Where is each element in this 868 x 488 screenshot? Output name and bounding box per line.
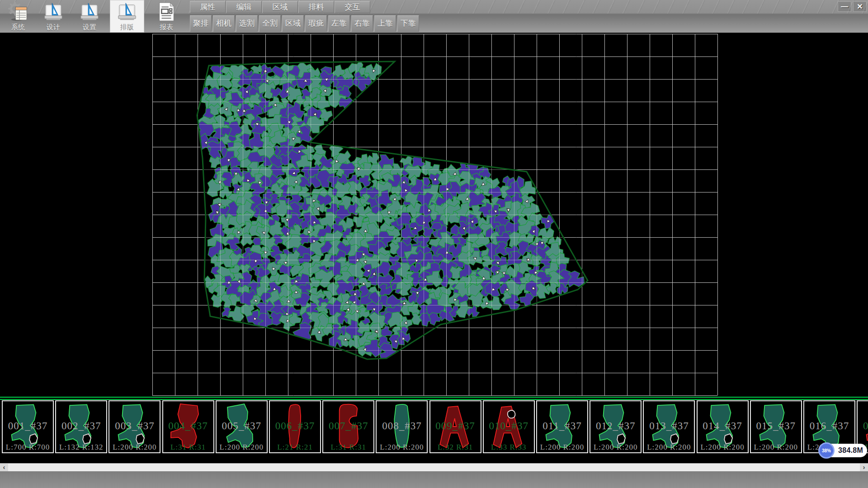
piece-thumbnail-14[interactable]: 014_#37L:200 R:200: [697, 400, 749, 453]
report-icon: [156, 1, 177, 22]
menu-button-cluster-nest[interactable]: 聚排: [190, 15, 212, 32]
strip-green-line: [0, 399, 868, 400]
piece-lr-count-label: L:200 R:200: [751, 443, 801, 452]
piece-thumbnail-5[interactable]: 005_#37L:200 R:200: [216, 400, 268, 453]
menu-button-snap-right[interactable]: 右靠: [351, 15, 373, 32]
piece-thumbnail-11[interactable]: 011_#37L:200 R:200: [536, 400, 588, 453]
piece-lr-count-label: L:200 R:200: [590, 443, 641, 452]
piece-lr-count-label: L:200 R:200: [537, 443, 587, 452]
piece-thumbnail-1[interactable]: 001_#37L:700 R:700: [2, 400, 54, 453]
close-button[interactable]: ✕: [853, 1, 867, 12]
layout-icon: [117, 1, 137, 22]
piece-name-label: 009_#37: [430, 420, 481, 432]
piece-name-label: 005_#37: [217, 420, 267, 432]
toolbar-button-label: 报表: [160, 23, 173, 32]
piece-lr-count-label: L:132 R:132: [56, 443, 106, 452]
menu-button-properties[interactable]: 属性: [190, 1, 226, 13]
scroll-left-button[interactable]: ‹: [0, 464, 8, 472]
nesting-workspace-canvas[interactable]: [0, 33, 868, 397]
menu-button-region[interactable]: 区域: [262, 1, 298, 13]
piece-name-label: 016_#37: [804, 420, 854, 432]
menu-button-snap-bottom[interactable]: 下靠: [397, 15, 419, 32]
piece-lr-count-label: L:21 R:21: [270, 443, 320, 452]
piece-lr-count-label: L:31 R:31: [163, 443, 213, 452]
piece-lr-count-label: L:33 R:33: [484, 443, 534, 452]
piece-thumbnail-6[interactable]: 006_#37L:21 R:21: [269, 400, 321, 453]
toolbar-button-report[interactable]: 报表: [149, 0, 184, 33]
toolbar-button-system[interactable]: 系统: [1, 0, 35, 33]
menu-row-1: 属性编辑区域排料交互: [190, 1, 371, 13]
piece-name-label: 013_#37: [644, 420, 694, 432]
main-toolbar: 系统设计设置排版报表 属性编辑区域排料交互 聚排相机选割全割区域瑕疵左靠右靠上靠…: [0, 0, 868, 33]
scroll-right-button[interactable]: ›: [860, 464, 868, 472]
app-window: 系统设计设置排版报表 属性编辑区域排料交互 聚排相机选割全割区域瑕疵左靠右靠上靠…: [0, 0, 868, 488]
toolbar-button-label: 系统: [11, 23, 25, 32]
menu-button-interact[interactable]: 交互: [335, 1, 370, 13]
menu-button-edit[interactable]: 编辑: [226, 1, 262, 13]
piece-lr-count-label: L:200 R:200: [377, 443, 427, 452]
piece-lr-count-label: L:200 R:200: [644, 443, 694, 452]
piece-thumbnail-2[interactable]: 002_#37L:132 R:132: [55, 400, 107, 453]
piece-lr-count-label: L:31 R:31: [323, 443, 373, 452]
menu-button-cut-all[interactable]: 全割: [259, 15, 281, 32]
menu-row-2: 聚排相机选割全割区域瑕疵左靠右靠上靠下靠: [190, 15, 420, 32]
piece-thumbnail-10[interactable]: 010_#37L:33 R:33: [483, 400, 535, 453]
piece-name-label: 010_#37: [484, 420, 534, 432]
system-icon: [8, 1, 28, 22]
piece-name-label: 012_#37: [590, 420, 641, 432]
piece-name-label: 006_#37: [270, 420, 320, 432]
pieces-thumbnail-strip: 001_#37L:700 R:700002_#37L:132 R:132003_…: [0, 397, 868, 463]
toolbar-button-layout[interactable]: 排版: [110, 0, 144, 33]
piece-thumbnail-9[interactable]: 009_#37L:32 R:31: [429, 400, 481, 453]
horizontal-scrollbar[interactable]: ‹ ›: [0, 463, 868, 471]
menu-button-select-cut[interactable]: 选割: [236, 15, 258, 32]
menu-button-snap-left[interactable]: 左靠: [328, 15, 350, 32]
piece-thumbnail-12[interactable]: 012_#37L:200 R:200: [590, 400, 642, 453]
menu-button-nesting[interactable]: 排料: [298, 1, 334, 13]
piece-thumbnail-7[interactable]: 007_#37L:31 R:31: [322, 400, 374, 453]
design-icon: [43, 1, 64, 22]
toolbar-button-label: 排版: [120, 23, 134, 32]
piece-lr-count-label: L:32 R:31: [430, 443, 481, 452]
progress-percent-indicator: 38%: [818, 442, 835, 459]
progress-percent-label: 38%: [822, 448, 831, 453]
settings-icon: [79, 1, 100, 22]
piece-lr-count-label: L:200 R:200: [698, 443, 748, 452]
piece-name-label: 004_#37: [163, 420, 213, 432]
menu-button-defect[interactable]: 瑕疵: [305, 15, 327, 32]
piece-name-label: 002_#37: [56, 420, 106, 432]
piece-name-label: 017_#37: [858, 420, 868, 432]
progress-badge: 38% 384.8M: [819, 444, 867, 457]
piece-thumbnail-13[interactable]: 013_#37L:200 R:200: [643, 400, 695, 453]
piece-name-label: 011_#37: [537, 420, 587, 432]
piece-lr-count-label: L:700 R:700: [3, 443, 53, 452]
piece-name-label: 007_#37: [323, 420, 373, 432]
strip-green-line: [0, 397, 868, 398]
piece-name-label: 003_#37: [109, 420, 160, 432]
piece-thumbnail-3[interactable]: 003_#37L:200 R:200: [108, 400, 160, 453]
piece-thumbnail-15[interactable]: 015_#37L:200 R:200: [750, 400, 802, 453]
toolbar-button-label: 设计: [47, 23, 60, 32]
menu-button-region[interactable]: 区域: [282, 15, 304, 32]
piece-name-label: 008_#37: [377, 420, 427, 432]
piece-thumbnail-4[interactable]: 004_#37L:31 R:31: [162, 400, 214, 453]
piece-name-label: 014_#37: [698, 420, 748, 432]
toolbar-button-label: 设置: [83, 23, 96, 32]
piece-lr-count-label: L:200 R:200: [109, 443, 160, 452]
minimize-button[interactable]: —: [838, 1, 851, 12]
piece-thumbnail-8[interactable]: 008_#37L:200 R:200: [376, 400, 428, 453]
memory-usage-label: 384.8M: [838, 444, 863, 457]
piece-name-label: 001_#37: [3, 420, 53, 432]
piece-name-label: 015_#37: [751, 420, 801, 432]
toolbar-button-settings[interactable]: 设置: [72, 0, 107, 33]
menu-button-camera[interactable]: 相机: [213, 15, 235, 32]
menu-button-snap-top[interactable]: 上靠: [374, 15, 396, 32]
toolbar-button-design[interactable]: 设计: [36, 0, 71, 33]
status-bar: [0, 471, 868, 488]
piece-lr-count-label: L:200 R:200: [217, 443, 267, 452]
